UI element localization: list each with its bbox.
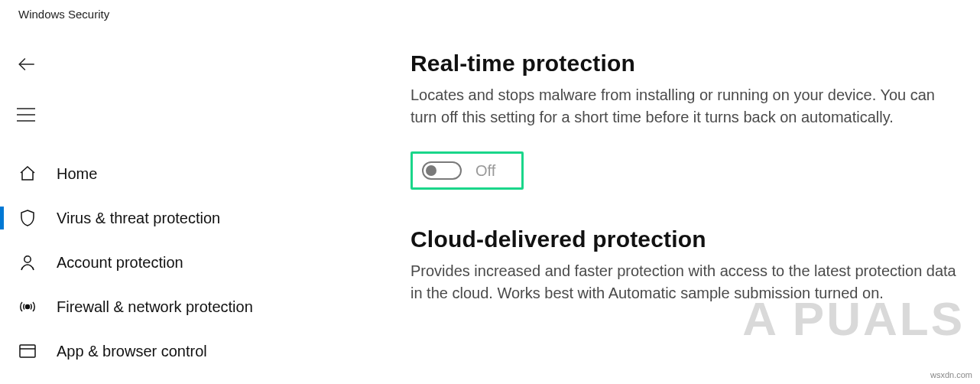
sidebar: Home Virus & threat protection Account p… [0,29,363,384]
realtime-toggle[interactable] [422,161,462,180]
section-title: Real-time protection [410,50,965,76]
highlight-box: Off [410,151,524,190]
sidebar-item-label: Firewall & network protection [57,298,253,316]
section-description: Provides increased and faster protection… [410,260,961,304]
section-realtime-protection: Real-time protection Locates and stops m… [410,50,965,190]
section-title: Cloud-delivered protection [410,226,965,252]
back-button[interactable] [0,46,37,83]
sidebar-item-label: Virus & threat protection [57,210,220,227]
toggle-state-label: Off [475,162,495,180]
app-browser-icon [17,340,38,362]
sidebar-item-label: Home [57,165,97,183]
svg-point-4 [24,256,31,262]
sidebar-item-home[interactable]: Home [0,151,363,196]
person-icon [17,252,38,273]
svg-rect-6 [20,345,35,357]
home-icon [17,163,38,184]
menu-button[interactable] [0,96,37,133]
sidebar-item-account[interactable]: Account protection [0,240,363,285]
sidebar-item-app-browser[interactable]: App & browser control [0,329,363,373]
window-title: Windows Security [0,0,980,29]
network-icon [17,296,38,317]
sidebar-item-firewall[interactable]: Firewall & network protection [0,285,363,329]
section-description: Locates and stops malware from installin… [410,84,961,129]
sidebar-item-virus-threat[interactable]: Virus & threat protection [0,196,363,240]
svg-point-5 [26,305,30,309]
arrow-left-icon [17,54,37,74]
app-container: Home Virus & threat protection Account p… [0,29,980,384]
main-content: Real-time protection Locates and stops m… [363,29,980,384]
section-cloud-protection: Cloud-delivered protection Provides incr… [410,226,965,304]
shield-icon [17,207,38,229]
sidebar-item-label: App & browser control [57,343,207,360]
toggle-knob-icon [426,165,436,176]
nav-list: Home Virus & threat protection Account p… [0,151,363,373]
sidebar-item-label: Account protection [57,254,183,272]
hamburger-icon [17,108,35,122]
